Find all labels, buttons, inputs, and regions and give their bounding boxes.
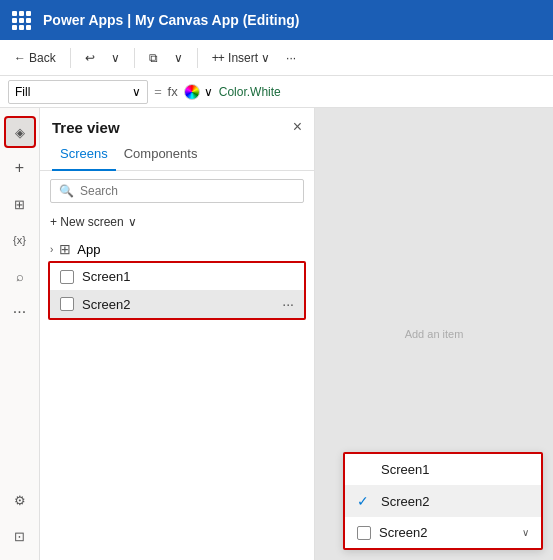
tree-items: › ⊞ App Screen1 Screen2 ··· xyxy=(40,233,314,560)
toolbar-divider-3 xyxy=(197,48,198,68)
insert-button[interactable]: + + Insert ∨ xyxy=(206,47,276,69)
app-chevron-icon: › xyxy=(50,244,53,255)
more-button[interactable]: ··· xyxy=(280,47,302,69)
sidebar-more-icon: ··· xyxy=(13,303,26,321)
search-icon-inner: 🔍 xyxy=(59,184,74,198)
topbar: Power Apps | My Canvas App (Editing) xyxy=(0,0,553,40)
plus-icon: + xyxy=(15,159,24,177)
dropdown-screen2-name: Screen2 xyxy=(381,494,429,509)
sidebar-icons: ◈ + ⊞ {x} ⌕ ··· ⚙ ⊡ xyxy=(0,108,40,560)
dropdown-chevron-icon: ∨ xyxy=(522,527,529,538)
back-button[interactable]: ← Back xyxy=(8,47,62,69)
sidebar-bottom: ⚙ ⊡ xyxy=(4,484,36,560)
screen-row-2[interactable]: Screen2 ··· xyxy=(50,290,304,318)
equals-icon: = xyxy=(154,84,162,99)
undo-button[interactable]: ↩ xyxy=(79,47,101,69)
chevron-down-icon: ∨ xyxy=(111,51,120,65)
sidebar-layers-button[interactable]: ◈ xyxy=(4,116,36,148)
tab-screens[interactable]: Screens xyxy=(52,142,116,171)
add-item-text: Add an item xyxy=(405,328,464,340)
variables-icon: {x} xyxy=(13,234,26,246)
back-arrow-icon: ← xyxy=(14,51,26,65)
color-picker[interactable]: ∨ xyxy=(184,84,213,100)
search-input[interactable] xyxy=(80,184,295,198)
toolbar-divider-1 xyxy=(70,48,71,68)
fill-chevron-icon: ∨ xyxy=(132,85,141,99)
insert-chevron-icon: ∨ xyxy=(261,51,270,65)
sidebar-more-button[interactable]: ··· xyxy=(4,296,36,328)
copy-dropdown-button[interactable]: ∨ xyxy=(168,47,189,69)
formula-value[interactable]: Color.White xyxy=(219,85,281,99)
sidebar-settings-button[interactable]: ⚙ xyxy=(4,484,36,516)
tab-components[interactable]: Components xyxy=(116,142,206,171)
screen-dropdown: Screen1 ✓ Screen2 Screen2 ∨ xyxy=(343,452,543,550)
settings-icon: ⚙ xyxy=(14,493,26,508)
screen2-name: Screen2 xyxy=(82,297,274,312)
more-icon: ··· xyxy=(286,51,296,65)
sidebar-variables-button[interactable]: {x} xyxy=(4,224,36,256)
main-area: ◈ + ⊞ {x} ⌕ ··· ⚙ ⊡ Tree view × xyxy=(0,108,553,560)
tree-close-button[interactable]: × xyxy=(293,118,302,136)
screen-list: Screen1 Screen2 ··· xyxy=(48,261,306,320)
chevron-down-icon-2: ∨ xyxy=(174,51,183,65)
new-screen-button[interactable]: + New screen ∨ xyxy=(40,211,314,233)
sidebar-unknown-button[interactable]: ⊡ xyxy=(4,520,36,552)
fill-select[interactable]: Fill ∨ xyxy=(8,80,148,104)
screen2-checkbox[interactable] xyxy=(60,297,74,311)
canvas-area: Add an item Screen1 ✓ Screen2 Screen2 ∨ xyxy=(315,108,553,560)
undo-dropdown-button[interactable]: ∨ xyxy=(105,47,126,69)
dropdown-item-screen2-nav[interactable]: Screen2 ∨ xyxy=(345,517,541,548)
toolbar-divider-2 xyxy=(134,48,135,68)
tree-title: Tree view xyxy=(52,119,120,136)
app-row[interactable]: › ⊞ App xyxy=(40,237,314,261)
copy-icon: ⧉ xyxy=(149,51,158,65)
app-grid-icon[interactable] xyxy=(12,11,31,30)
toolbar: ← Back ↩ ∨ ⧉ ∨ + + Insert ∨ ··· xyxy=(0,40,553,76)
checkmark-icon: ✓ xyxy=(357,493,373,509)
screen-row-1[interactable]: Screen1 xyxy=(50,263,304,290)
screen-more-icon[interactable]: ··· xyxy=(282,296,294,312)
color-chevron-icon: ∨ xyxy=(204,85,213,99)
color-circle-icon xyxy=(184,84,200,100)
screen1-checkbox[interactable] xyxy=(60,270,74,284)
screen1-name: Screen1 xyxy=(82,269,294,284)
dropdown-screen-icon xyxy=(357,526,371,540)
dropdown-item-screen1[interactable]: Screen1 xyxy=(345,454,541,485)
dropdown-screen1-name: Screen1 xyxy=(381,462,429,477)
sidebar-search-button[interactable]: ⌕ xyxy=(4,260,36,292)
app-box-icon: ⊞ xyxy=(59,241,71,257)
new-screen-chevron-icon: ∨ xyxy=(128,215,137,229)
tree-panel: Tree view × Screens Components 🔍 + New s… xyxy=(40,108,315,560)
copy-button[interactable]: ⧉ xyxy=(143,47,164,69)
sidebar-grid-button[interactable]: ⊞ xyxy=(4,188,36,220)
search-bar: 🔍 xyxy=(50,179,304,203)
dropdown-item-screen2-check[interactable]: ✓ Screen2 xyxy=(345,485,541,517)
fx-label: fx xyxy=(168,84,178,99)
app-label: App xyxy=(77,242,100,257)
unknown-icon: ⊡ xyxy=(14,529,25,544)
topbar-title: Power Apps | My Canvas App (Editing) xyxy=(43,12,299,28)
dropdown-screen2-nav-name: Screen2 xyxy=(379,525,427,540)
grid-icon: ⊞ xyxy=(14,197,25,212)
undo-icon: ↩ xyxy=(85,51,95,65)
sidebar-add-button[interactable]: + xyxy=(4,152,36,184)
formulabar: Fill ∨ = fx ∨ Color.White xyxy=(0,76,553,108)
new-screen-label: + New screen xyxy=(50,215,124,229)
layers-icon: ◈ xyxy=(15,125,25,140)
tree-header: Tree view × xyxy=(40,108,314,142)
tree-tabs: Screens Components xyxy=(40,142,314,171)
search-icon: ⌕ xyxy=(16,269,24,284)
